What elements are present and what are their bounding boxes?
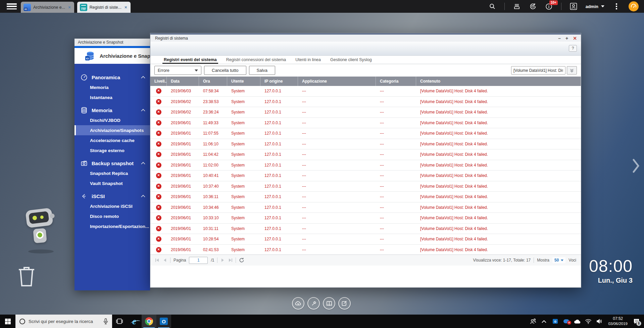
background-tasks-icon[interactable] xyxy=(513,2,521,10)
outlook-button[interactable]: O xyxy=(156,315,171,328)
search-icon[interactable] xyxy=(488,2,496,10)
microphone-icon[interactable] xyxy=(103,318,108,324)
onedrive-icon[interactable] xyxy=(573,315,582,328)
app-tab-1[interactable]: Registri di siste...× xyxy=(77,2,131,13)
more-options-icon[interactable] xyxy=(612,2,621,10)
sidebar-section-iscsi[interactable]: iSCSI xyxy=(75,191,150,201)
close-button[interactable]: ✕ xyxy=(573,36,577,41)
log-window-titlebar[interactable]: Registri di sistema – + ✕ xyxy=(150,35,581,42)
dock-cloud-icon[interactable] xyxy=(292,297,304,310)
log-tab-1[interactable]: Registri connessioni del sistema xyxy=(226,57,286,64)
column-header-7[interactable]: Contenuto xyxy=(416,77,581,86)
column-header-3[interactable]: Utente xyxy=(227,77,260,86)
log-table-row[interactable]: ×2019/06/0111:49:33System127.0.0.1------… xyxy=(150,118,581,129)
log-tab-0[interactable]: Registri eventi del sistema xyxy=(164,57,217,64)
log-table-row[interactable]: ×2019/06/0223:38:53System127.0.0.1------… xyxy=(150,97,581,107)
first-page-icon[interactable] xyxy=(155,258,160,262)
column-header-1[interactable]: Data xyxy=(167,77,199,86)
advanced-search-button[interactable] xyxy=(567,66,577,75)
column-header-2[interactable]: Ora xyxy=(199,77,227,86)
close-tab-icon[interactable]: × xyxy=(68,5,71,10)
next-desktop-page-icon[interactable] xyxy=(632,158,640,173)
app-tab-0[interactable]: Archiviazione e...× xyxy=(21,2,74,13)
action-center-icon[interactable]: 8 xyxy=(632,315,641,328)
minimize-button[interactable]: – xyxy=(558,36,561,41)
volume-icon[interactable] xyxy=(595,315,604,328)
last-page-icon[interactable] xyxy=(228,258,233,262)
taskbar-search[interactable]: Scrivi qui per eseguire la ricerca xyxy=(15,315,112,328)
prev-page-icon[interactable] xyxy=(163,258,167,262)
clear-all-button[interactable]: Cancella tutto xyxy=(204,66,246,75)
sidebar-section-memoria[interactable]: Memoria xyxy=(75,105,150,115)
log-table-row[interactable]: ×2019/06/0111:07:55System127.0.0.1------… xyxy=(150,128,581,139)
log-search-input[interactable] xyxy=(511,66,565,75)
user-avatar[interactable] xyxy=(569,2,578,10)
log-table-row[interactable]: ×2019/06/0110:33:10System127.0.0.1------… xyxy=(150,213,581,224)
sidebar-item-disco-remoto[interactable]: Disco remoto xyxy=(75,211,150,221)
log-tab-3[interactable]: Gestione client Syslog xyxy=(330,57,372,64)
chevron-up-icon[interactable] xyxy=(141,109,145,111)
sidebar-item-archiviazione-snapshots[interactable]: Archiviazione/Snapshots xyxy=(75,125,150,135)
dashboard-gauge-icon[interactable] xyxy=(629,1,639,11)
column-header-6[interactable]: Categoria xyxy=(376,77,416,86)
save-button[interactable]: Salva xyxy=(249,66,276,75)
log-table-row[interactable]: ×2019/06/0110:40:41System127.0.0.1------… xyxy=(150,171,581,181)
log-table-row[interactable]: ×2019/06/0110:28:54System127.0.0.1------… xyxy=(150,234,581,245)
column-header-5[interactable]: Applicazione xyxy=(298,77,376,86)
wifi-icon[interactable] xyxy=(584,315,593,328)
people-icon[interactable] xyxy=(529,315,537,328)
outlook-tray-icon[interactable]: o xyxy=(551,315,559,328)
sidebar-item-accelerazione-cache[interactable]: Accelerazione cache xyxy=(75,135,150,145)
recycle-bin-icon[interactable] xyxy=(16,264,37,288)
sidebar-section-panoramica[interactable]: Panoramica xyxy=(75,72,150,82)
severity-filter-select[interactable]: Errore xyxy=(154,66,201,75)
start-button[interactable] xyxy=(0,315,15,328)
log-table-row[interactable]: ×2019/06/0223:36:24System127.0.0.1------… xyxy=(150,107,581,118)
log-table-row[interactable]: ×2019/06/0111:06:10System127.0.0.1------… xyxy=(150,139,581,150)
cell-date: 2019/06/01 xyxy=(167,142,199,146)
sidebar-item-snapshot-replica[interactable]: Snapshot Replica xyxy=(75,168,150,178)
internet-explorer-button[interactable]: e xyxy=(127,315,142,328)
close-tab-icon[interactable]: × xyxy=(125,5,127,10)
column-header-4[interactable]: IP origine xyxy=(260,77,298,86)
user-menu[interactable]: admin xyxy=(586,4,604,9)
log-table-row[interactable]: ×2019/06/0110:31:11System127.0.0.1------… xyxy=(150,224,581,234)
chevron-up-icon[interactable] xyxy=(141,76,145,79)
log-table-row[interactable]: ×2019/06/0102:41:53System127.0.0.1------… xyxy=(150,245,581,255)
dock-book-icon[interactable] xyxy=(323,297,335,310)
log-tab-2[interactable]: Utenti in linea xyxy=(295,57,321,64)
page-input[interactable] xyxy=(189,257,208,264)
dock-tools-icon[interactable] xyxy=(307,297,320,310)
sidebar-item-istantanea[interactable]: Istantanea xyxy=(75,92,150,102)
notifications-icon[interactable]: 10+ xyxy=(545,2,553,10)
show-hidden-icons-chevron[interactable] xyxy=(540,315,548,328)
dock-compose-icon[interactable] xyxy=(338,297,351,310)
help-button[interactable]: ? xyxy=(569,45,577,52)
refresh-icon[interactable] xyxy=(239,257,244,263)
log-table-row[interactable]: ×2019/06/0111:02:00System127.0.0.1------… xyxy=(150,160,581,171)
log-table-row[interactable]: ×2019/06/0110:37:40System127.0.0.1------… xyxy=(150,181,581,192)
log-table-row[interactable]: ×2019/06/0111:04:42System127.0.0.1------… xyxy=(150,149,581,160)
column-header-0[interactable]: Livell... xyxy=(150,77,167,86)
sidebar-item-memoria[interactable]: Memoria xyxy=(75,82,150,92)
log-table-row[interactable]: ×2019/06/0110:36:11System127.0.0.1------… xyxy=(150,192,581,202)
main-menu-icon[interactable] xyxy=(6,2,17,10)
chrome-button[interactable] xyxy=(142,315,156,328)
maximize-button[interactable]: + xyxy=(565,36,568,41)
sync-error-icon[interactable] xyxy=(562,315,571,328)
sidebar-item-dischi-vjbod[interactable]: Dischi/VJBOD xyxy=(75,115,150,125)
chevron-up-icon[interactable] xyxy=(141,162,145,165)
sidebar-section-backup-snapshot[interactable]: Backup snapshot xyxy=(75,158,150,168)
page-size-select[interactable]: 50 xyxy=(552,257,565,263)
task-view-button[interactable] xyxy=(112,315,127,328)
log-table-row[interactable]: ×2019/06/0110:34:46System127.0.0.1------… xyxy=(150,202,581,213)
sidebar-item-importazione-esportazion-[interactable]: Importazione/Esportazion... xyxy=(75,221,150,231)
next-page-icon[interactable] xyxy=(220,258,225,262)
tray-clock[interactable]: 07:52 03/06/2019 xyxy=(606,316,630,326)
sidebar-item-vault-snapshot[interactable]: Vault Snapshot xyxy=(75,178,150,188)
sidebar-item-archiviazione-iscsi[interactable]: Archiviazione iSCSI xyxy=(75,201,150,211)
log-table-row[interactable]: ×2019/06/0307:58:34System127.0.0.1------… xyxy=(150,86,581,97)
external-device-icon[interactable] xyxy=(529,2,537,10)
chevron-up-icon[interactable] xyxy=(141,195,145,197)
sidebar-item-storage-esterno[interactable]: Storage esterno xyxy=(75,145,150,155)
